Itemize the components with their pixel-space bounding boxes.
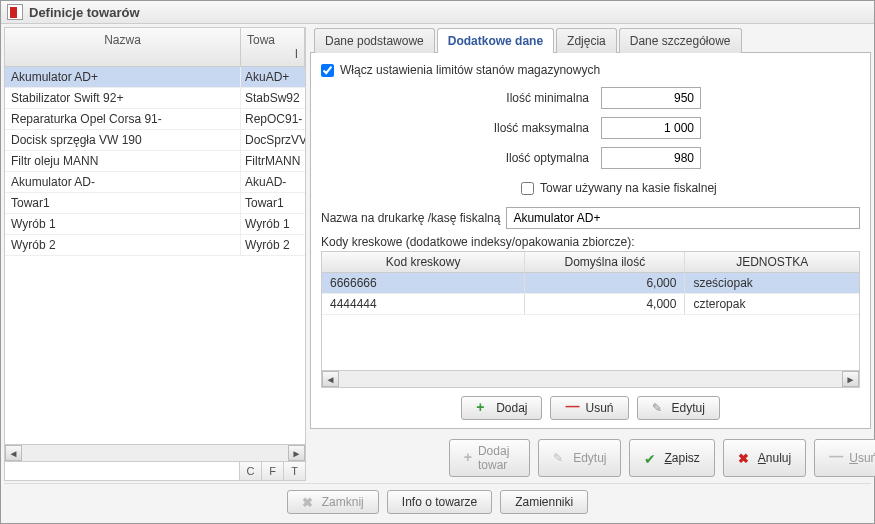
add-item-label: Dodaj towar — [478, 444, 515, 472]
close-button[interactable]: ✖ Zamknij — [287, 490, 379, 514]
info-button[interactable]: Info o towarze — [387, 490, 492, 514]
tab-basic[interactable]: Dane podstawowe — [314, 28, 435, 53]
item-name-cell: Docisk sprzęgła VW 190 — [5, 130, 241, 150]
cancel-icon: ✖ — [738, 451, 752, 465]
table-row[interactable]: Stabilizator Swift 92+StabSw92 — [5, 88, 305, 109]
scroll-track[interactable] — [339, 371, 842, 387]
footer-tab-t[interactable]: T — [283, 462, 305, 480]
item-name-cell: Stabilizator Swift 92+ — [5, 88, 241, 108]
bc-header-qty[interactable]: Domyślna ilość — [525, 252, 685, 272]
bc-code-cell: 6666666 — [322, 273, 525, 293]
tab-detail[interactable]: Dane szczegółowe — [619, 28, 742, 53]
item-code-cell: RepOC91- — [241, 109, 305, 129]
item-name-cell: Akumulator AD+ — [5, 67, 241, 87]
scroll-track[interactable] — [22, 445, 288, 461]
enable-limits-checkbox[interactable] — [321, 64, 334, 77]
opt-qty-label: Ilość optymalna — [321, 151, 601, 165]
fiscal-row: Towar używany na kasie fiskalnej — [521, 181, 860, 195]
add-item-button[interactable]: + Dodaj towar — [449, 439, 530, 477]
bc-unit-cell: sześciopak — [685, 273, 859, 293]
printer-name-input[interactable] — [506, 207, 860, 229]
tab-strip: Dane podstawowe Dodatkowe dane Zdjęcia D… — [310, 27, 871, 52]
barcode-hscroll[interactable]: ◄ ► — [322, 370, 859, 387]
scroll-left-icon[interactable]: ◄ — [322, 371, 339, 387]
substitutes-button[interactable]: Zamienniki — [500, 490, 588, 514]
edit-icon: ✎ — [553, 451, 567, 465]
grid-hscroll[interactable]: ◄ ► — [5, 444, 305, 461]
table-row[interactable]: Filtr oleju MANNFiltrMANN — [5, 151, 305, 172]
barcode-heading: Kody kreskowe (dodatkowe indeksy/opakowa… — [321, 235, 860, 249]
scroll-right-icon[interactable]: ► — [842, 371, 859, 387]
item-code-cell: AkuAD- — [241, 172, 305, 192]
bc-code-cell: 4444444 — [322, 294, 525, 314]
printer-name-row: Nazwa na drukarkę /kasę fiskalną — [321, 207, 860, 229]
tab-extra[interactable]: Dodatkowe dane — [437, 28, 554, 53]
opt-qty-input[interactable] — [601, 147, 701, 169]
barcode-edit-label: Edytuj — [672, 401, 705, 415]
cancel-label: Anuluj — [758, 451, 791, 465]
table-row[interactable]: Towar1Towar1 — [5, 193, 305, 214]
table-row[interactable]: Wyrób 2Wyrób 2 — [5, 235, 305, 256]
grid-footer-tabs: C F T — [5, 461, 305, 480]
bc-header-code[interactable]: Kod kreskowy — [322, 252, 525, 272]
barcode-add-button[interactable]: + Dodaj — [461, 396, 542, 420]
edit-item-label: Edytuj — [573, 451, 606, 465]
plus-icon: + — [464, 451, 472, 465]
tab-panel-extra: Włącz ustawienia limitów stanów magazyno… — [310, 52, 871, 429]
table-row[interactable]: Akumulator AD-AkuAD- — [5, 172, 305, 193]
minus-icon: — — [829, 451, 843, 465]
grid-header-code[interactable]: Towa I — [241, 28, 305, 66]
table-row[interactable]: Docisk sprzęgła VW 190DocSprzVV — [5, 130, 305, 151]
printer-name-label: Nazwa na drukarkę /kasę fiskalną — [321, 211, 506, 225]
minus-icon: — — [565, 401, 579, 415]
item-code-cell: Wyrób 2 — [241, 235, 305, 255]
enable-limits-label: Włącz ustawienia limitów stanów magazyno… — [340, 63, 600, 77]
grid-header: Nazwa Towa I — [5, 28, 305, 67]
content-row: Nazwa Towa I Akumulator AD+AkuAD+Stabili… — [4, 27, 871, 481]
body: Nazwa Towa I Akumulator AD+AkuAD+Stabili… — [1, 24, 874, 523]
delete-button[interactable]: — Usuń — [814, 439, 875, 477]
item-name-cell: Wyrób 1 — [5, 214, 241, 234]
close-icon: ✖ — [302, 495, 316, 509]
barcode-remove-button[interactable]: — Usuń — [550, 396, 628, 420]
window: Definicje towarów Nazwa Towa I Akumulato… — [0, 0, 875, 524]
item-name-cell: Filtr oleju MANN — [5, 151, 241, 171]
grid-header-name[interactable]: Nazwa — [5, 28, 241, 66]
plus-icon: + — [476, 401, 490, 415]
barcode-edit-button[interactable]: ✎ Edytuj — [637, 396, 720, 420]
item-code-cell: Towar1 — [241, 193, 305, 213]
min-qty-input[interactable] — [601, 87, 701, 109]
close-label: Zamknij — [322, 495, 364, 509]
footer-bar: ✖ Zamknij Info o towarze Zamienniki — [4, 483, 871, 520]
enable-limits-row: Włącz ustawienia limitów stanów magazyno… — [321, 63, 860, 77]
scroll-left-icon[interactable]: ◄ — [5, 445, 22, 461]
save-label: Zapisz — [664, 451, 699, 465]
fiscal-label: Towar używany na kasie fiskalnej — [540, 181, 717, 195]
app-icon — [7, 4, 23, 20]
table-row[interactable]: Wyrób 1Wyrób 1 — [5, 214, 305, 235]
item-name-cell: Towar1 — [5, 193, 241, 213]
max-qty-row: Ilość maksymalna — [321, 117, 860, 139]
barcode-remove-label: Usuń — [585, 401, 613, 415]
max-qty-input[interactable] — [601, 117, 701, 139]
item-code-cell: Wyrób 1 — [241, 214, 305, 234]
titlebar: Definicje towarów — [1, 1, 874, 24]
bc-header-unit[interactable]: JEDNOSTKA — [685, 252, 859, 272]
scroll-right-icon[interactable]: ► — [288, 445, 305, 461]
barcode-grid-header: Kod kreskowy Domyślna ilość JEDNOSTKA — [322, 252, 859, 273]
barcode-grid: Kod kreskowy Domyślna ilość JEDNOSTKA 66… — [321, 251, 860, 388]
min-qty-row: Ilość minimalna — [321, 87, 860, 109]
footer-tab-c[interactable]: C — [239, 462, 261, 480]
barcode-row[interactable]: 44444444,000czteropak — [322, 294, 859, 315]
save-button[interactable]: ✔ Zapisz — [629, 439, 714, 477]
fiscal-checkbox[interactable] — [521, 182, 534, 195]
edit-icon: ✎ — [652, 401, 666, 415]
edit-item-button[interactable]: ✎ Edytuj — [538, 439, 621, 477]
barcode-row[interactable]: 66666666,000sześciopak — [322, 273, 859, 294]
table-row[interactable]: Reparaturka Opel Corsa 91-RepOC91- — [5, 109, 305, 130]
item-name-cell: Reparaturka Opel Corsa 91- — [5, 109, 241, 129]
table-row[interactable]: Akumulator AD+AkuAD+ — [5, 67, 305, 88]
footer-tab-f[interactable]: F — [261, 462, 283, 480]
tab-photos[interactable]: Zdjęcia — [556, 28, 617, 53]
cancel-button[interactable]: ✖ Anuluj — [723, 439, 806, 477]
